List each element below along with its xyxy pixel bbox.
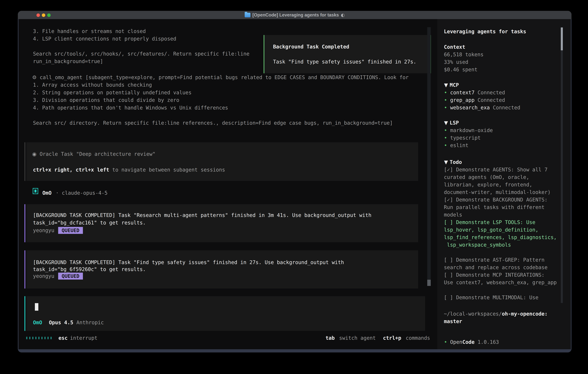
branch-name: master <box>444 318 462 325</box>
scrollback-line: 4. LSP client connections not properly d… <box>33 35 176 42</box>
author-label: yeongyu <box>33 227 54 234</box>
status-dot-icon: • <box>444 339 450 345</box>
todo-line: search and replace across codebase <box>444 264 547 271</box>
hint-keys: ctrl+x right, ctrl+x left <box>33 167 109 173</box>
mcp-item: • grep_app Connected <box>444 96 505 104</box>
todo-line: [ ] Demonstrate MULTIMODAL: Use <box>444 294 538 301</box>
lsp-item: • typescript <box>444 134 481 142</box>
author-label: yeongyu <box>33 272 54 280</box>
window-title-group: [OpenCode] Leveraging agents for tasks ◐ <box>245 12 345 18</box>
input-agent-label[interactable]: OmO <box>33 319 42 326</box>
tool-call-tail: Search src/ directory. Return specific f… <box>33 119 393 127</box>
screen: [OpenCode] Leveraging agents for tasks ◐… <box>0 0 588 374</box>
lsp-item: • eslint <box>444 142 469 149</box>
agent-icon <box>33 188 38 194</box>
todo-line: librarian, explore, frontend, <box>444 181 532 188</box>
subagent-nav-hint: ctrl+x right, ctrl+x left to navigate be… <box>33 166 225 174</box>
oracle-panel: ◉ Oracle Task "Deep architecture review"… <box>26 142 418 181</box>
tool-call-line: ⚙ call_omo_agent [subagent_type=explore,… <box>32 74 409 81</box>
folder-icon <box>245 13 251 17</box>
status-dot-icon: • <box>444 143 450 148</box>
status-dot-icon: • <box>444 97 450 103</box>
context-tokens: 66,518 tokens <box>444 51 483 58</box>
context-heading: Context <box>444 43 465 51</box>
hint-rest: to navigate between subagent sessions <box>109 167 225 173</box>
opencode-version: • OpenCode 1.0.163 <box>444 338 499 346</box>
terminal-content: 3. File handles or streams not closed 4.… <box>19 19 571 349</box>
gear-icon: ⚙ <box>32 74 37 80</box>
todo-line: [ ] Demonstrate MCP INTEGRATIONS: <box>444 271 545 279</box>
todo-line: document-writer, multimodal-looker) <box>444 188 551 196</box>
collapse-triangle-icon: ▼ <box>444 120 450 126</box>
input-provider-label: Anthropic <box>76 319 104 326</box>
agent-name[interactable]: OmO <box>42 189 52 197</box>
todo-line: [✓] Demonstrate AGENTS: Show all 7 <box>444 166 547 173</box>
maximize-button[interactable] <box>47 13 51 17</box>
todo-line: [ ] Demonstrate AST-GREP: Pattern <box>444 256 545 264</box>
terminal-window: [OpenCode] Leveraging agents for tasks ◐… <box>18 11 571 353</box>
main-scrollbar-thumb[interactable] <box>427 280 431 286</box>
todo-line-active: lsp_hover, lsp_goto_definition, <box>444 226 538 234</box>
agent-model: · claude-opus-4-5 <box>56 189 107 197</box>
oracle-label-line: ◉ Oracle Task "Deep architecture review" <box>32 150 155 158</box>
status-dot-icon: • <box>444 90 450 95</box>
status-dot-icon: • <box>444 127 450 133</box>
message-line: [BACKGROUND TASK COMPLETED] Task "Resear… <box>33 211 371 219</box>
collapse-triangle-icon: ▼ <box>444 82 450 88</box>
sidebar-scrollbar-track[interactable] <box>561 27 563 303</box>
record-circle-icon: ◉ <box>32 151 37 157</box>
esc-key-label: interrupt <box>70 334 97 342</box>
context-used: 33% used <box>444 58 468 66</box>
prompt-input[interactable]: OmO Opus 4.5 Anthropic <box>26 296 425 331</box>
half-circle-icon: ◐ <box>341 12 345 18</box>
todo-line-active: lsp_workspace_symbols <box>444 241 511 249</box>
todo-section-header[interactable]: ▼ Todo <box>444 158 462 166</box>
close-button[interactable] <box>36 13 40 17</box>
message-line: task_id="bg_dcfac161" to get results. <box>33 219 146 227</box>
progress-spinner-icon <box>26 337 52 339</box>
tool-call-item: 4. Path operations that don't handle Win… <box>33 104 228 112</box>
mcp-item: • context7 Connected <box>444 89 505 96</box>
titlebar[interactable]: [OpenCode] Leveraging agents for tasks ◐ <box>18 11 571 19</box>
sidebar-scrollbar-thumb[interactable] <box>561 28 563 50</box>
mcp-section-header[interactable]: ▼ MCP <box>444 81 459 89</box>
notification-panel: Background Task Completed Task "Find typ… <box>264 35 431 73</box>
message-line: [BACKGROUND TASK COMPLETED] Task "Find t… <box>33 259 344 266</box>
input-model-label[interactable]: Opus 4.5 <box>49 319 73 326</box>
sidebar-title: Leveraging agents for tasks <box>444 28 526 35</box>
queued-badge: QUEUED <box>58 227 83 234</box>
lsp-section-header[interactable]: ▼ LSP <box>444 119 459 126</box>
lsp-item: • markdown-oxide <box>444 126 493 134</box>
scrollback-line: run_in_background=true] <box>33 58 103 65</box>
minimize-button[interactable] <box>42 13 45 17</box>
tab-key-hint: tab <box>326 334 335 342</box>
oracle-panel-bar <box>24 142 25 181</box>
window-title: [OpenCode] Leveraging agents for tasks <box>252 12 339 18</box>
scrollback-line: Search src/tools/, src/hooks/, src/featu… <box>33 50 250 58</box>
collapse-triangle-icon: ▼ <box>444 159 450 165</box>
mcp-item: • websearch_exa Connected <box>444 104 520 111</box>
ctrlp-key-hint: ctrl+p <box>383 334 401 342</box>
tool-call-text: call_omo_agent [subagent_type=explore, p… <box>40 74 409 80</box>
todo-line: curated agents (OmO, oracle, <box>444 173 529 181</box>
tool-call-item: 2. String operations on potentially unde… <box>33 89 191 96</box>
tool-call-item: 3. Division operations that could divide… <box>33 96 179 104</box>
queued-badge: QUEUED <box>58 273 83 280</box>
todo-line: [✓] Demonstrate BACKGROUND AGENTS: <box>444 196 547 204</box>
tab-key-label: switch agent <box>339 334 376 342</box>
ctrlp-key-label: commands <box>406 334 430 342</box>
todo-line: Use context7, websearch_exa, grep_app <box>444 279 557 286</box>
todo-line-active: [ ] Demonstrate LSP TOOLS: Use <box>444 218 535 226</box>
main-scrollbar-track[interactable] <box>427 27 431 286</box>
notification-title: Background Task Completed <box>273 43 349 51</box>
esc-key-hint: esc <box>58 334 68 342</box>
oracle-label: Oracle Task "Deep architecture review" <box>40 151 156 157</box>
tool-call-item: 1. Array access without bounds checking <box>33 81 152 89</box>
context-spent: $0.46 spent <box>444 66 477 73</box>
input-accent-bar <box>24 296 25 331</box>
message-accent-bar <box>24 250 25 289</box>
todo-line-active: lsp_find_references, lsp_diagnostics, <box>444 234 557 241</box>
text-cursor <box>35 303 38 311</box>
scrollback-line: 3. File handles or streams not closed <box>33 28 146 35</box>
notification-body: Task "Find type safety issues" finished … <box>273 58 416 65</box>
